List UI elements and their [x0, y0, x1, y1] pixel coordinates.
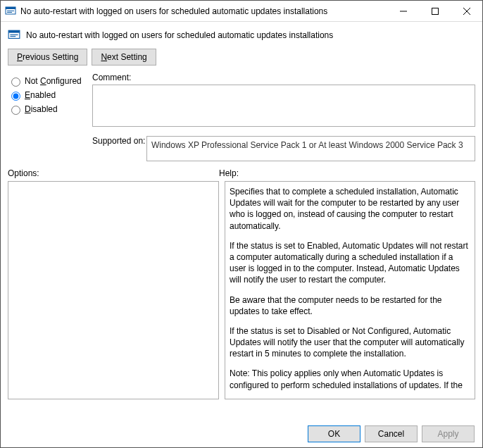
radio-disabled[interactable]: Disabled	[8, 104, 92, 115]
supported-on-value: Windows XP Professional Service Pack 1 o…	[146, 136, 475, 161]
previous-setting-button[interactable]: PPrevious Settingrevious Setting	[8, 49, 87, 66]
next-setting-button[interactable]: NNext Settingext Setting	[92, 49, 156, 66]
policy-icon	[8, 29, 20, 42]
svg-rect-11	[10, 36, 15, 37]
svg-rect-9	[8, 30, 20, 32]
help-label: Help:	[219, 168, 239, 178]
help-paragraph: Specifies that to complete a scheduled i…	[230, 186, 470, 232]
svg-rect-2	[7, 11, 14, 11]
app-icon	[5, 6, 16, 17]
help-paragraph: If the status is set to Disabled or Not …	[230, 325, 470, 360]
policy-title: No auto-restart with logged on users for…	[26, 30, 333, 40]
help-paragraph: Note: This policy applies only when Auto…	[230, 368, 470, 390]
svg-rect-1	[6, 7, 15, 9]
options-pane[interactable]	[8, 181, 219, 399]
cancel-button[interactable]: Cancel	[365, 425, 418, 442]
svg-rect-5	[432, 8, 438, 14]
window-title: No auto-restart with logged on users for…	[20, 6, 387, 16]
radio-enabled[interactable]: Enabled	[8, 89, 92, 101]
radio-not-configured[interactable]: Not Configured	[8, 75, 92, 87]
ok-button[interactable]: OK	[308, 425, 360, 442]
comment-textarea[interactable]	[92, 85, 475, 127]
options-label: Options:	[8, 168, 219, 178]
help-paragraph: Be aware that the computer needs to be r…	[230, 294, 470, 317]
comment-label: Comment:	[92, 73, 475, 82]
help-pane[interactable]: Specifies that to complete a scheduled i…	[225, 181, 475, 399]
apply-button[interactable]: Apply	[422, 425, 475, 442]
svg-rect-10	[10, 35, 18, 35]
supported-on-label: Supported on:	[92, 136, 146, 146]
svg-rect-3	[7, 12, 12, 13]
help-paragraph: If the status is set to Enabled, Automat…	[230, 240, 470, 286]
minimize-button[interactable]	[387, 1, 419, 21]
close-button[interactable]	[451, 1, 482, 21]
maximize-button[interactable]	[419, 1, 451, 21]
